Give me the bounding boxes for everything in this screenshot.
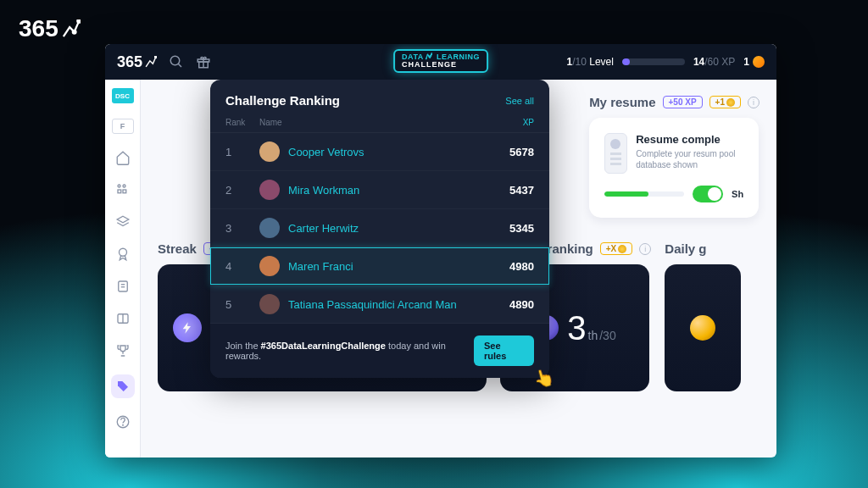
avatar — [259, 180, 280, 200]
col-xp: XP — [492, 118, 534, 127]
xp-indicator: 14/60 XP — [693, 56, 735, 68]
level-progress — [622, 58, 685, 65]
sidebar-item-badge[interactable] — [114, 246, 131, 263]
resume-progress — [604, 191, 684, 197]
see-rules-button[interactable]: See rules — [474, 336, 534, 366]
sidebar-item-help[interactable] — [114, 413, 131, 430]
daily-card — [665, 264, 741, 391]
info-icon[interactable]: i — [639, 243, 651, 255]
ranking-row[interactable]: 2 Mira Workman 5437 — [210, 171, 549, 209]
row-xp: 5678 — [492, 146, 534, 158]
sidebar-item-courses[interactable] — [114, 310, 131, 327]
ranking-row[interactable]: 5 Tatiana Passaquindici Arcand Man 4890 — [210, 286, 549, 324]
row-rank: 1 — [225, 146, 259, 158]
coin-pill: +1 — [709, 96, 741, 108]
toggle-label: Sh — [732, 189, 743, 199]
resume-card: Resume comple Complete your resum pool d… — [589, 118, 759, 218]
grid-icon — [115, 182, 131, 197]
ranking-row[interactable]: 1 Cooper Vetrovs 5678 — [210, 133, 549, 171]
challenge-badge[interactable]: DATA 🗲 LEARNING CHALLENGE — [393, 49, 488, 73]
row-rank: 3 — [225, 222, 259, 235]
resume-thumbnail — [604, 133, 627, 174]
svg-point-9 — [123, 185, 125, 187]
row-rank: 4 — [225, 260, 259, 273]
info-icon[interactable]: i — [748, 97, 760, 108]
avatar — [259, 141, 280, 162]
svg-rect-14 — [118, 281, 127, 291]
resume-toggle[interactable] — [693, 186, 723, 202]
ranking-row[interactable]: 4 Maren Franci 4980 — [210, 247, 549, 286]
tag-icon — [116, 380, 130, 393]
svg-marker-12 — [117, 216, 129, 223]
row-name[interactable]: Carter Herwitz — [288, 222, 492, 235]
svg-rect-10 — [118, 190, 121, 193]
book-icon — [115, 311, 131, 326]
resume-section: My resume +50 XP +1 i Resume comple Comp… — [589, 95, 760, 218]
layers-icon — [115, 214, 131, 230]
home-icon — [115, 150, 131, 165]
resume-card-desc: Complete your resum pool database shown — [636, 148, 743, 170]
logo-mark-icon — [62, 19, 81, 38]
col-rank: Rank — [225, 118, 259, 127]
row-name[interactable]: Maren Franci — [288, 260, 492, 273]
xp-pill: +50 XP — [663, 96, 703, 108]
resume-card-title: Resume comple — [636, 133, 743, 146]
svg-point-13 — [119, 248, 126, 256]
main-content: My resume +50 XP +1 i Resume comple Comp… — [141, 80, 776, 458]
sidebar-item-notes[interactable] — [114, 278, 131, 295]
sidebar-badge-f[interactable]: F — [112, 119, 134, 134]
avatar — [259, 218, 280, 238]
sidebar-badge-dsc[interactable]: DSC — [112, 88, 134, 103]
ranking-row[interactable]: 3 Carter Herwitz 5345 — [210, 209, 549, 247]
ranking-title: Challenge Ranking — [225, 93, 340, 108]
trophy-icon — [115, 343, 131, 358]
svg-line-4 — [178, 64, 181, 67]
coin-pill: +X — [600, 242, 633, 255]
sidebar-item-home[interactable] — [114, 149, 131, 166]
notes-icon — [115, 279, 131, 294]
row-xp: 5437 — [492, 184, 534, 197]
svg-rect-11 — [123, 190, 126, 193]
svg-point-8 — [118, 185, 120, 187]
section-title-streak: Streak — [158, 241, 197, 256]
col-name: Name — [259, 118, 492, 127]
topbar-stats: 1/10 Level 14/60 XP 1 — [566, 56, 765, 68]
row-xp: 4890 — [492, 298, 534, 311]
row-rank: 2 — [225, 184, 259, 197]
row-xp: 5345 — [492, 222, 534, 235]
svg-point-3 — [170, 56, 180, 65]
weekly-rank: 3 — [567, 309, 586, 347]
row-name[interactable]: Tatiana Passaquindici Arcand Man — [288, 298, 492, 311]
level-indicator: 1/10 Level — [566, 56, 613, 68]
app-logo[interactable]: 365 — [117, 53, 157, 71]
svg-point-0 — [77, 19, 81, 23]
award-icon — [115, 247, 131, 262]
sidebar: DSC F — [105, 80, 141, 458]
brand-logo-outer: 365 — [19, 15, 81, 42]
sidebar-item-tag[interactable] — [111, 374, 135, 398]
ranking-panel: Challenge Ranking See all Rank Name XP 1… — [210, 80, 549, 378]
bolt-icon — [173, 313, 202, 342]
section-title-daily: Daily g — [665, 241, 706, 256]
topbar: 365 DATA 🗲 LEARNING CHALLENGE 1/10 Level… — [105, 44, 776, 80]
ranking-footer-text: Join the #365DataLearningChallenge today… — [225, 341, 474, 361]
bolt-icon — [753, 56, 765, 68]
search-icon[interactable] — [169, 54, 184, 69]
avatar — [259, 256, 280, 276]
gift-icon[interactable] — [196, 54, 211, 69]
see-all-link[interactable]: See all — [505, 96, 534, 106]
sidebar-item-apps[interactable] — [114, 181, 131, 198]
section-title-resume: My resume — [589, 95, 655, 109]
app-window: 365 DATA 🗲 LEARNING CHALLENGE 1/10 Level… — [105, 44, 776, 458]
row-xp: 4980 — [492, 260, 534, 273]
logo-mark-icon — [145, 56, 157, 68]
svg-point-1 — [73, 30, 76, 34]
daily-orb-icon — [690, 315, 715, 341]
sidebar-item-layers[interactable] — [114, 214, 131, 230]
svg-point-2 — [155, 56, 157, 58]
row-name[interactable]: Cooper Vetrovs — [288, 146, 492, 158]
svg-point-20 — [122, 424, 123, 425]
row-name[interactable]: Mira Workman — [288, 184, 492, 197]
sidebar-item-trophy[interactable] — [114, 342, 131, 359]
avatar — [259, 294, 280, 314]
